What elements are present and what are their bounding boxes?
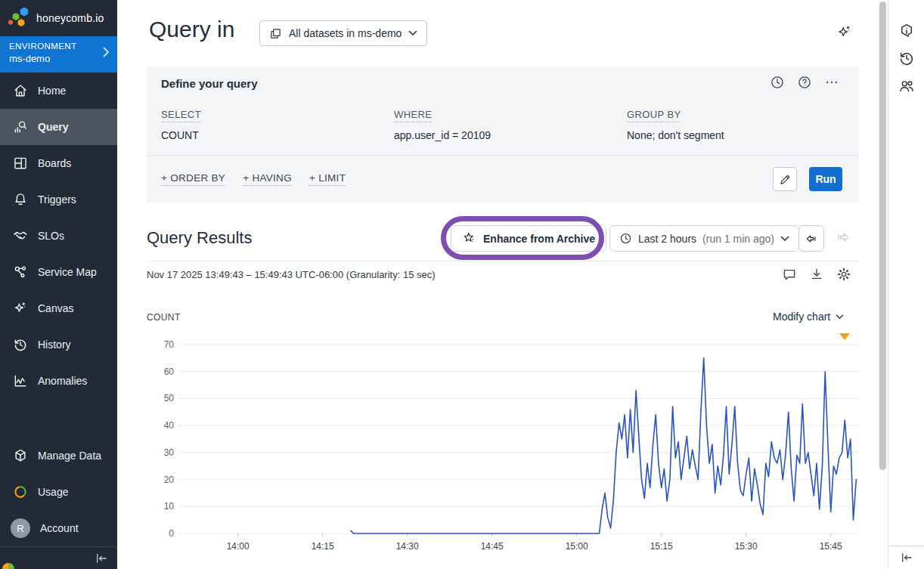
app-window: honeycomb.io ENVIRONMENT ms-demo Home Qu… bbox=[0, 0, 924, 569]
dataset-selector-dropdown[interactable]: All datasets in ms-demo bbox=[259, 20, 427, 46]
results-title: Query Results bbox=[147, 228, 252, 248]
clause-group-by: GROUP BY None; don't segment bbox=[627, 107, 724, 141]
ai-sparkle-icon[interactable] bbox=[836, 23, 853, 40]
collapse-left-icon bbox=[900, 552, 913, 564]
svg-text:60: 60 bbox=[164, 366, 175, 377]
select-value[interactable]: COUNT bbox=[161, 129, 201, 141]
sidebar-item-label: Canvas bbox=[38, 302, 73, 314]
results-divider bbox=[147, 261, 859, 261]
sidebar-item-label: Home bbox=[38, 85, 66, 97]
sidebar-item-manage-data[interactable]: Manage Data bbox=[0, 438, 117, 474]
environment-name: ms-demo bbox=[9, 53, 108, 64]
environment-switcher[interactable]: ENVIRONMENT ms-demo bbox=[0, 36, 117, 73]
sidebar-item-query[interactable]: Query bbox=[0, 109, 117, 145]
svg-text:40: 40 bbox=[164, 420, 175, 431]
enhance-from-archive-button[interactable]: Enhance from Archive bbox=[451, 225, 606, 252]
sidebar-item-slos[interactable]: SLOs bbox=[0, 218, 117, 254]
query-builder-title: Define your query bbox=[161, 77, 258, 90]
modify-chart-dropdown[interactable]: Modify chart bbox=[773, 311, 844, 323]
time-range-note: (run 1 min ago) bbox=[702, 233, 774, 245]
svg-text:15:15: 15:15 bbox=[650, 541, 673, 552]
sidebar-item-label: Query bbox=[38, 121, 68, 133]
collapse-left-icon bbox=[95, 552, 108, 564]
sidebar-spacer bbox=[0, 399, 117, 438]
trigger-threshold-marker-icon[interactable] bbox=[839, 333, 850, 340]
sidebar-item-label: SLOs bbox=[38, 230, 64, 242]
svg-text:14:30: 14:30 bbox=[396, 541, 419, 552]
sidebar: honeycomb.io ENVIRONMENT ms-demo Home Qu… bbox=[0, 0, 117, 569]
download-icon[interactable] bbox=[809, 267, 824, 282]
sidebar-item-account[interactable]: R Account bbox=[0, 510, 117, 546]
previous-query-button[interactable] bbox=[798, 225, 824, 252]
svg-text:30: 30 bbox=[164, 447, 175, 458]
home-icon bbox=[13, 83, 28, 98]
query-history-icon[interactable] bbox=[898, 50, 915, 66]
page-title: Query in bbox=[149, 17, 234, 42]
svg-text:14:00: 14:00 bbox=[227, 541, 250, 552]
svg-text:50: 50 bbox=[164, 393, 175, 404]
run-query-button[interactable]: Run bbox=[809, 167, 842, 191]
brand-logo[interactable]: honeycomb.io bbox=[0, 0, 117, 36]
where-label[interactable]: WHERE bbox=[394, 109, 432, 122]
add-order-by-button[interactable]: + ORDER BY bbox=[161, 172, 225, 186]
clock-icon bbox=[619, 232, 632, 245]
next-query-button[interactable] bbox=[835, 229, 854, 249]
chevron-down-icon bbox=[780, 236, 789, 242]
sidebar-item-label: Manage Data bbox=[38, 450, 101, 462]
sidebar-item-history[interactable]: History bbox=[0, 326, 117, 363]
svg-text:10: 10 bbox=[164, 501, 175, 512]
sidebar-item-triggers[interactable]: Triggers bbox=[0, 181, 117, 218]
time-range-dropdown[interactable]: Last 2 hours (run 1 min ago) bbox=[609, 225, 799, 252]
rail-collapse-button[interactable] bbox=[888, 546, 924, 569]
settings-gear-icon[interactable] bbox=[836, 267, 851, 282]
sidebar-item-label: Boards bbox=[38, 157, 71, 169]
team-members-icon[interactable] bbox=[898, 78, 915, 94]
arrow-back-icon bbox=[805, 232, 818, 246]
enhance-from-archive-label: Enhance from Archive bbox=[483, 233, 595, 245]
where-value[interactable]: app.user_id = 20109 bbox=[394, 129, 491, 141]
clause-select: SELECT COUNT bbox=[161, 107, 201, 141]
time-range-label: Last 2 hours bbox=[638, 233, 696, 245]
honeycomb-logo-icon bbox=[8, 6, 32, 30]
sidebar-item-home[interactable]: Home bbox=[0, 73, 117, 109]
sidebar-item-service-map[interactable]: Service Map bbox=[0, 254, 117, 290]
query-builder-panel: Define your query SELECT COUNT WHERE app… bbox=[147, 66, 859, 203]
svg-text:14:15: 14:15 bbox=[312, 541, 334, 552]
sidebar-item-canvas[interactable]: Canvas bbox=[0, 290, 117, 326]
select-label[interactable]: SELECT bbox=[161, 109, 201, 122]
usage-icon bbox=[13, 484, 28, 499]
sidebar-item-usage[interactable]: Usage bbox=[0, 474, 117, 510]
more-options-icon[interactable] bbox=[824, 75, 839, 90]
boards-icon bbox=[13, 156, 28, 171]
help-icon[interactable] bbox=[797, 75, 812, 90]
service-map-icon bbox=[13, 264, 28, 280]
modify-chart-label: Modify chart bbox=[773, 311, 830, 323]
sidebar-item-label: Account bbox=[40, 522, 79, 534]
clause-where: WHERE app.user_id = 20109 bbox=[394, 107, 491, 141]
timeseries-chart[interactable]: 01020304050607014:0014:1514:3014:4515:00… bbox=[147, 340, 859, 559]
sidebar-item-label: Triggers bbox=[38, 193, 76, 206]
anomalies-icon bbox=[13, 373, 28, 388]
scrollbar-thumb[interactable] bbox=[879, 2, 886, 470]
canvas-sparkle-icon bbox=[13, 301, 28, 316]
add-having-button[interactable]: + HAVING bbox=[243, 172, 292, 186]
sidebar-item-anomalies[interactable]: Anomalies bbox=[0, 363, 117, 399]
group-by-label[interactable]: GROUP BY bbox=[627, 109, 681, 122]
slos-handshake-icon bbox=[13, 228, 28, 243]
chart-metric-label: COUNT bbox=[147, 312, 181, 323]
edit-query-button[interactable] bbox=[773, 167, 797, 191]
sidebar-item-boards[interactable]: Boards bbox=[0, 145, 117, 181]
query-time-icon[interactable] bbox=[770, 75, 785, 90]
comment-icon[interactable] bbox=[782, 267, 797, 282]
chevron-down-icon bbox=[836, 314, 844, 320]
group-by-value[interactable]: None; don't segment bbox=[627, 129, 724, 141]
info-panel-icon[interactable] bbox=[898, 23, 915, 39]
add-limit-button[interactable]: + LIMIT bbox=[309, 172, 346, 186]
query-icon bbox=[13, 119, 28, 135]
svg-text:15:30: 15:30 bbox=[735, 541, 758, 552]
svg-text:15:45: 15:45 bbox=[820, 541, 842, 552]
chevron-right-icon bbox=[103, 47, 110, 57]
sidebar-collapse-button[interactable] bbox=[0, 546, 117, 569]
triggers-icon bbox=[13, 192, 28, 207]
svg-text:20: 20 bbox=[164, 475, 175, 485]
